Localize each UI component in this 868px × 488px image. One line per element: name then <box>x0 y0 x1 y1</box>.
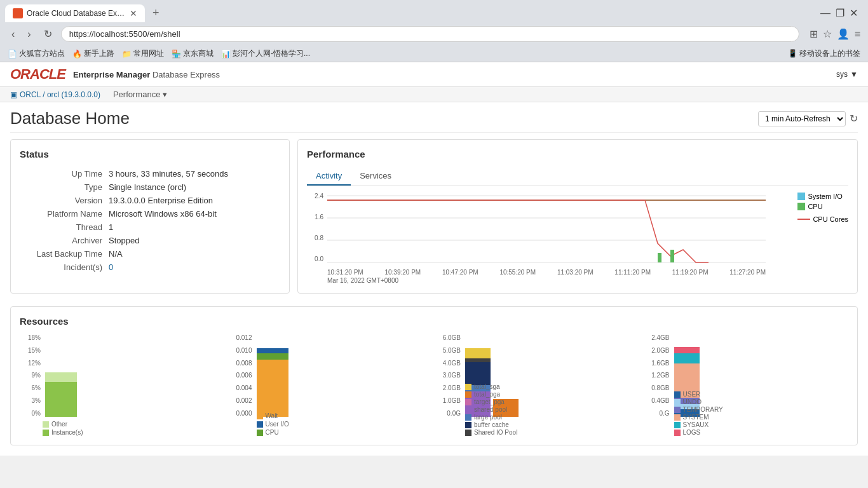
cpu-yaxis-3: 3% <box>20 397 41 404</box>
auto-refresh-select[interactable]: 1 min Auto-Refresh <box>758 111 846 126</box>
forward-button[interactable]: › <box>24 27 34 41</box>
page-title: Database Home <box>10 109 758 128</box>
tab-services[interactable]: Services <box>351 167 400 186</box>
legend-cpu: CPU <box>797 203 848 210</box>
instance-icon: ▣ <box>10 90 17 99</box>
back-button[interactable]: ‹ <box>8 27 18 41</box>
bookmark-huhu[interactable]: 📄 火狐官方站点 <box>8 48 65 59</box>
wait-yaxis-0.004: 0.004 <box>229 384 252 391</box>
nav-performance[interactable]: Performance ▾ <box>113 90 167 99</box>
thread-value: 1 <box>109 222 113 232</box>
new-tab-button[interactable]: + <box>147 4 165 22</box>
legend-undo: UNDO <box>674 398 723 405</box>
legend-instances: Instance(s) <box>43 429 83 436</box>
browser-chrome: Oracle Cloud Database Expre ✕ + — ❐ ✕ ‹ … <box>0 0 868 62</box>
platform-value: Microsoft Windows x86 64-bit <box>109 209 217 219</box>
version-value: 19.3.0.0.0 Enterprise Edition <box>109 196 213 205</box>
type-value: Single Instance (orcl) <box>109 182 186 192</box>
maximize-button[interactable]: ❐ <box>836 7 844 19</box>
uptime-value: 3 hours, 33 minutes, 57 seconds <box>109 169 228 179</box>
mem-yaxis-4gb: 4.0GB <box>437 360 461 367</box>
extensions-icon[interactable]: ⊞ <box>810 28 818 40</box>
incidents-value[interactable]: 0 <box>109 262 113 272</box>
legend-logs: LOGS <box>674 429 723 436</box>
minimize-button[interactable]: — <box>820 8 831 19</box>
legend-cpu-wait: CPU <box>257 429 289 436</box>
legend-system-io: System I/O <box>797 193 848 200</box>
system-io-color <box>797 193 805 200</box>
yaxis-2.4: 2.4 <box>307 193 323 200</box>
wait-yaxis-0.002: 0.002 <box>229 397 252 404</box>
mobile-bookmarks[interactable]: 📱 移动设备上的书签 <box>788 48 860 59</box>
xaxis-7: 11:19:20 PM <box>672 269 709 276</box>
address-input[interactable] <box>61 26 799 42</box>
svg-rect-5 <box>658 253 661 262</box>
bookmarks-bar: 📄 火狐官方站点 🔥 新手上路 📁 常用网址 🏪 京东商城 📊 彭河个人网-悟格… <box>0 46 868 62</box>
stor-yaxis-2.4gb: 2.4GB <box>646 334 670 341</box>
legend-shared-io-pool: Shared IO Pool <box>465 429 517 436</box>
yaxis-0.0: 0.0 <box>307 255 323 262</box>
storage-resource-chart: 2.4GB 2.0GB 1.6GB 1.2GB 0.8GB 0.4GB 0.G <box>646 334 849 436</box>
xaxis-5: 11:03:20 PM <box>557 269 593 276</box>
status-row-archiver: Archiver Stopped <box>20 234 280 247</box>
activity-chart <box>327 193 766 266</box>
menu-icon[interactable]: ≡ <box>855 29 860 40</box>
profile-icon[interactable]: 👤 <box>837 28 850 40</box>
tab-activity[interactable]: Activity <box>307 167 351 186</box>
cpu-yaxis-9: 9% <box>20 372 41 379</box>
cpu-resource-chart: 18% 15% 12% 9% 6% 3% 0% <box>20 334 222 436</box>
bookmark-personal[interactable]: 📊 彭河个人网-悟格学习... <box>221 48 310 59</box>
status-row-platform: Platform Name Microsoft Windows x86 64-b… <box>20 207 280 220</box>
legend-buffer-cache: buffer cache <box>465 421 517 428</box>
mem-yaxis-0g: 0.0G <box>437 410 461 417</box>
cpu-color <box>797 203 805 210</box>
cpu-cores-line <box>797 219 810 220</box>
stor-yaxis-1.2gb: 1.2GB <box>646 372 670 379</box>
bookmark-changyong[interactable]: 📁 常用网址 <box>122 48 164 59</box>
close-button[interactable]: ✕ <box>850 7 858 19</box>
page-title-area: Database Home 1 min Auto-Refresh ↻ <box>0 102 868 132</box>
wait-yaxis-0.006: 0.006 <box>229 372 252 379</box>
window-controls: — ❐ ✕ <box>820 7 863 19</box>
version-label: Version <box>20 196 109 205</box>
legend-user: USER <box>674 391 723 398</box>
cpu-yaxis-12: 12% <box>20 360 41 367</box>
type-label: Type <box>20 182 109 192</box>
status-row-version: Version 19.3.0.0.0 Enterprise Edition <box>20 194 280 207</box>
backup-value: N/A <box>109 249 123 259</box>
mem-yaxis-1gb: 1.0GB <box>437 397 461 404</box>
chevron-down-icon: ▾ <box>163 90 167 99</box>
xaxis-3: 10:47:20 PM <box>442 269 478 276</box>
active-tab[interactable]: Oracle Cloud Database Expre ✕ <box>5 4 145 22</box>
legend-other: Other <box>43 421 83 428</box>
incidents-label: Incident(s) <box>20 262 109 272</box>
stor-yaxis-1.6gb: 1.6GB <box>646 360 670 367</box>
backup-label: Last Backup Time <box>20 249 109 259</box>
chart-date: Mar 16, 2022 GMT+0800 <box>327 277 766 284</box>
reload-button[interactable]: ↻ <box>40 27 56 41</box>
resources-title: Resources <box>20 316 848 327</box>
stor-yaxis-0.4gb: 0.4GB <box>646 397 670 404</box>
yaxis-1.6: 1.6 <box>307 214 323 220</box>
stor-yaxis-0g: 0.G <box>646 410 670 417</box>
wait-yaxis-0.010: 0.010 <box>229 347 252 354</box>
legend-system: SYSTEM <box>674 414 723 421</box>
bookmark-xinshoulv[interactable]: 🔥 新手上路 <box>72 48 114 59</box>
oracle-header: ORACLE Enterprise Manager Database Expre… <box>0 62 868 87</box>
perf-title: Performance <box>307 149 848 159</box>
status-row-backup: Last Backup Time N/A <box>20 247 280 261</box>
xaxis-4: 10:55:20 PM <box>499 269 536 276</box>
xaxis-2: 10:39:20 PM <box>384 269 421 276</box>
refresh-button[interactable]: ↻ <box>850 112 858 125</box>
sys-info: sys ▼ <box>836 70 858 79</box>
stor-yaxis-0.8gb: 0.8GB <box>646 384 670 391</box>
xaxis-8: 11:27:20 PM <box>729 269 766 276</box>
tab-close-btn[interactable]: ✕ <box>130 8 137 18</box>
bookmark-icon[interactable]: ☆ <box>823 28 832 40</box>
nav-instance[interactable]: ▣ ORCL / orcl (19.3.0.0.0) <box>10 90 100 99</box>
bookmark-jd[interactable]: 🏪 京东商城 <box>172 48 214 59</box>
cpu-yaxis-6: 6% <box>20 384 41 391</box>
status-row-thread: Thread 1 <box>20 220 280 234</box>
uptime-label: Up Time <box>20 169 109 179</box>
resources-grid: 18% 15% 12% 9% 6% 3% 0% <box>20 334 848 436</box>
